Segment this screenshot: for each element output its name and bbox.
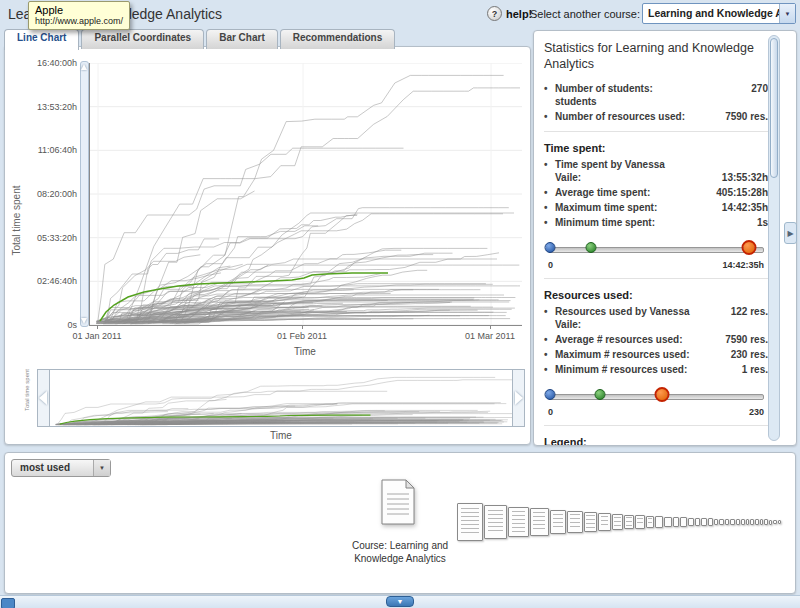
resource-doc-icon[interactable] — [508, 507, 529, 537]
resource-doc-icon[interactable] — [755, 519, 759, 524]
vertical-zoom-slider[interactable] — [80, 61, 89, 327]
chevron-down-icon[interactable]: ▼ — [93, 460, 110, 476]
time-slider-labels: 0 14:42:35h — [548, 260, 764, 270]
resource-doc-icon[interactable] — [695, 518, 701, 526]
stat-row-maximum-time: • Maximum time spent: 14:42:35h — [544, 201, 768, 214]
slider-up-arrow-icon[interactable] — [81, 64, 87, 70]
resource-doc-icon[interactable] — [750, 519, 754, 524]
y-tick-label: 13:53:20h — [5, 102, 77, 112]
time-spent-range-slider[interactable] — [548, 241, 764, 257]
scroll-down-button[interactable]: ▼ — [386, 596, 414, 607]
doc-lines — [614, 517, 621, 528]
chevron-down-icon[interactable]: ▼ — [779, 4, 795, 23]
resource-doc-icon[interactable] — [746, 519, 750, 525]
resource-doc-icon[interactable] — [778, 520, 781, 525]
stat-label: Number of resources used: — [555, 110, 685, 123]
resource-doc-icon[interactable] — [673, 517, 680, 527]
resource-doc-icon[interactable] — [736, 519, 740, 525]
tab-bar-chart[interactable]: Bar Chart — [206, 29, 278, 49]
time-spent-line-chart[interactable] — [89, 63, 522, 326]
doc-lines — [533, 512, 545, 531]
resource-doc-icon[interactable] — [624, 515, 634, 530]
slider-track[interactable] — [548, 247, 764, 253]
resource-doc-icon[interactable] — [655, 516, 663, 528]
stat-label: Average # resources used: — [555, 333, 682, 346]
stats-scrollbar-thumb[interactable] — [770, 38, 778, 178]
horizontal-scrollbar-thumb[interactable] — [1, 598, 15, 608]
sort-dropdown[interactable]: most used ▼ — [11, 459, 111, 477]
resource-doc-icon[interactable] — [764, 519, 768, 524]
slider-down-arrow-icon[interactable] — [81, 318, 87, 324]
bullet-icon: • — [544, 216, 555, 229]
resource-doc-icon[interactable] — [612, 514, 623, 530]
resource-doc-icon[interactable] — [550, 510, 567, 534]
doc-lines — [512, 511, 526, 532]
bullet-icon: • — [544, 305, 555, 318]
resource-doc-icon[interactable] — [567, 511, 582, 533]
doc-lines — [648, 518, 653, 526]
green-slider-handle[interactable] — [594, 389, 605, 400]
y-tick-label: 08:20:00h — [5, 189, 77, 199]
resource-doc-icon[interactable] — [635, 515, 644, 529]
resource-doc-icon[interactable] — [760, 519, 764, 524]
stat-label-sub: students — [555, 96, 597, 107]
doc-lines — [586, 515, 594, 529]
y-tick-label: 05:33:20h — [5, 233, 77, 243]
resource-doc-icon[interactable] — [680, 517, 686, 526]
resource-doc-icon[interactable] — [769, 520, 772, 525]
tab-recommendations[interactable]: Recommendations — [280, 29, 395, 49]
course-dropdown[interactable]: Learning and Knowledge An ▼ — [642, 3, 796, 24]
resource-doc-icon[interactable] — [646, 516, 655, 529]
resource-doc-icon[interactable] — [530, 508, 549, 535]
resource-doc-icon[interactable] — [484, 505, 507, 539]
resource-doc-icon[interactable] — [584, 512, 598, 532]
stat-label: Number of students: — [555, 83, 653, 94]
help-label: help! — [506, 8, 532, 20]
bullet-icon: • — [544, 363, 555, 376]
resource-doc-icon[interactable] — [730, 519, 734, 525]
resource-doc-icon[interactable] — [773, 520, 776, 525]
resource-doc-icon[interactable] — [688, 518, 694, 527]
stat-row-resources-by-student: • Resources used by Vanessa Vaile: 122 r… — [544, 305, 768, 331]
blue-slider-handle[interactable] — [545, 242, 556, 253]
ring-slider-handle[interactable] — [655, 387, 670, 402]
doc-lines — [488, 510, 503, 534]
tab-parallel-coordinates[interactable]: Parallel Coordinates — [81, 29, 204, 49]
resource-doc-icon[interactable] — [714, 519, 719, 526]
x-tick-label: 01 Feb 2011 — [267, 331, 337, 341]
stat-value: 7590 res. — [721, 333, 768, 346]
doc-lines — [601, 516, 608, 528]
resource-doc-icon[interactable] — [664, 517, 671, 528]
resources-range-slider[interactable] — [548, 388, 764, 404]
resource-doc-icon[interactable] — [725, 519, 729, 525]
slider-max-label: 230 — [749, 407, 764, 417]
brush-right-handle[interactable] — [512, 370, 524, 426]
course-select-label: Select another course: — [530, 8, 640, 20]
overview-brush-chart[interactable] — [37, 369, 525, 427]
green-slider-handle[interactable] — [586, 242, 597, 253]
stat-label: Maximum # resources used: — [555, 348, 690, 361]
stat-row-number-of-students: • Number of students: students 270 — [544, 82, 768, 108]
resource-doc-icon[interactable] — [457, 503, 483, 541]
course-document-icon[interactable] — [379, 479, 417, 529]
panel-expander-button[interactable]: ▶ — [784, 222, 797, 244]
resource-doc-icon[interactable] — [708, 518, 713, 525]
help-button[interactable]: ? help! — [487, 6, 532, 21]
divider — [544, 278, 768, 279]
stats-scrollbar[interactable] — [768, 35, 780, 441]
x-tick-mark — [97, 325, 98, 329]
y-tick-label: 0s — [5, 320, 77, 330]
resource-doc-icon[interactable] — [741, 519, 745, 525]
resource-doc-icon[interactable] — [701, 518, 706, 526]
stat-row-maximum-resources: • Maximum # resources used: 230 res. — [544, 348, 768, 361]
tooltip-url: http://www.apple.com/ — [35, 16, 123, 26]
overview-chart-svg — [49, 370, 515, 426]
blue-slider-handle[interactable] — [545, 389, 556, 400]
doc-lines — [626, 517, 632, 527]
resource-doc-icon[interactable] — [719, 519, 724, 526]
y-tick-label: 11:06:40h — [5, 145, 77, 155]
resource-doc-icon[interactable] — [598, 513, 610, 531]
tab-line-chart[interactable]: Line Chart — [4, 29, 79, 50]
doc-lines — [570, 514, 579, 529]
ring-slider-handle[interactable] — [741, 240, 756, 255]
